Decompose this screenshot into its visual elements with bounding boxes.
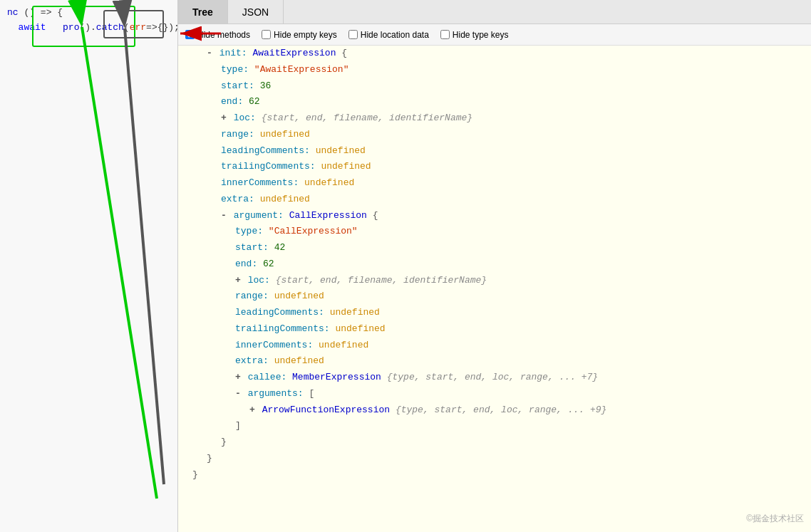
tree-content: - init: AwaitExpression { type: "AwaitEx… xyxy=(192,46,811,483)
tree-arg-end-row: end: 62 xyxy=(192,256,811,273)
tree-arg-leading-row: leadingComments: undefined xyxy=(192,305,811,321)
tree-bracket-close-row: ] xyxy=(192,418,811,434)
collapse-init[interactable]: - xyxy=(207,48,212,58)
tree-start-row: start: 36 xyxy=(192,78,811,95)
tree-end-row: end: 62 xyxy=(192,94,811,110)
code-content: nc () => { await pro().catch(err=>{}); xyxy=(0,0,177,41)
tree-brace2-row: } xyxy=(192,451,811,467)
option-hide-location-data[interactable]: Hide location data xyxy=(348,30,429,40)
collapse-argument[interactable]: - xyxy=(221,210,227,221)
tree-arg-type-row: type: "CallExpression" xyxy=(192,224,811,240)
tree-arg-loc-row: + loc: {start, end, filename, identifier… xyxy=(192,273,811,289)
option-hide-type-keys[interactable]: Hide type keys xyxy=(440,30,509,40)
tree-arg-trailing-row: trailingComments: undefined xyxy=(192,321,811,338)
tree-arg-extra-row: extra: undefined xyxy=(192,353,811,370)
tree-brace3-row: } xyxy=(192,467,811,484)
option-hide-empty-keys[interactable]: Hide empty keys xyxy=(262,30,337,40)
expand-arg-loc[interactable]: + xyxy=(235,275,241,286)
tree-loc-row: + loc: {start, end, filename, identifier… xyxy=(192,110,811,127)
checkbox-hide-methods[interactable] xyxy=(185,30,195,39)
code-line-1: nc () => { xyxy=(7,6,170,21)
code-line-2: await pro().catch(err=>{}); xyxy=(7,21,170,36)
tree-inner-row: innerComments: undefined xyxy=(192,175,811,192)
tree-range-row: range: undefined xyxy=(192,127,811,143)
tree-arg-range-row: range: undefined xyxy=(192,288,811,305)
checkbox-hide-empty-keys[interactable] xyxy=(262,30,271,39)
tree-arrowfn-row: + ArrowFunctionExpression {type, start, … xyxy=(192,402,811,419)
code-editor-panel: nc () => { await pro().catch(err=>{}); xyxy=(0,0,178,532)
tree-callee-row: + callee: MemberExpression {type, start,… xyxy=(192,370,811,386)
tree-type-row: type: "AwaitExpression" xyxy=(192,62,811,78)
collapse-arguments[interactable]: - xyxy=(235,388,241,399)
tree-trailing-row: trailingComments: undefined xyxy=(192,159,811,175)
tree-arg-inner-row: innerComments: undefined xyxy=(192,338,811,354)
expand-callee[interactable]: + xyxy=(235,372,241,382)
expand-loc[interactable]: + xyxy=(221,113,227,123)
tree-arguments-row: - arguments: [ xyxy=(192,386,811,402)
tree-leading-row: leadingComments: undefined xyxy=(192,143,811,160)
checkbox-hide-type-keys[interactable] xyxy=(440,30,450,39)
option-hide-methods[interactable]: Hide methods xyxy=(185,30,250,40)
tree-brace1-row: } xyxy=(192,434,811,451)
tab-json[interactable]: JSON xyxy=(228,0,284,24)
checkbox-hide-location-data[interactable] xyxy=(348,30,358,39)
tab-tree[interactable]: Tree xyxy=(178,0,228,24)
tree-panel: - init: AwaitExpression { type: "AwaitEx… xyxy=(178,0,811,532)
tab-bar: Tree JSON xyxy=(178,0,811,24)
options-bar: Hide methods Hide empty keys Hide locati… xyxy=(178,24,811,46)
tree-init-row: - init: AwaitExpression { xyxy=(192,46,811,62)
tree-extra-row: extra: undefined xyxy=(192,192,811,208)
watermark: ©掘金技术社区 xyxy=(746,513,804,525)
tree-arg-start-row: start: 42 xyxy=(192,240,811,256)
tree-argument-row: - argument: CallExpression { xyxy=(192,208,811,224)
expand-arrowfn[interactable]: + xyxy=(249,405,255,415)
